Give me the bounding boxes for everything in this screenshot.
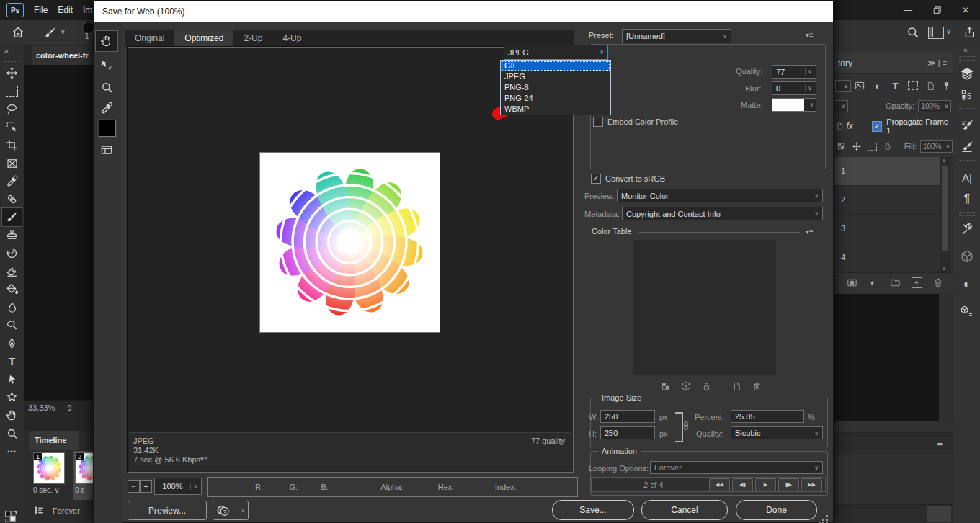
lock-frame-icon[interactable] [865, 143, 880, 151]
dialog-zoom-tool[interactable] [96, 77, 117, 97]
window-restore-button[interactable] [922, 0, 951, 20]
eyedropper-tool[interactable] [2, 172, 22, 190]
lock-color-icon[interactable] [696, 381, 716, 392]
timeline-frame-1[interactable]: 1 0 sec. ∨ [33, 452, 66, 500]
collapse-panel-icon[interactable]: » [4, 47, 9, 55]
home-icon[interactable] [9, 23, 27, 42]
blur-field[interactable]: 0 ∨ [772, 81, 816, 95]
custom-shape-tool[interactable] [2, 388, 22, 406]
lock-all-icon[interactable] [880, 141, 895, 151]
width-field[interactable]: 250 [600, 410, 655, 423]
add-mask-icon[interactable] [841, 277, 863, 289]
percent-field[interactable]: 25.05 [731, 410, 804, 423]
preview-in-browser-button[interactable]: ∨ [213, 501, 249, 520]
layer-row-1[interactable]: 1 [834, 157, 940, 186]
brush-settings-panel-icon[interactable] [953, 115, 980, 136]
window-close-button[interactable]: ✕ [951, 0, 980, 20]
panel-header-menu-icon[interactable]: ≫ | ≡ [927, 58, 947, 68]
object-selection-tool[interactable] [2, 118, 22, 136]
previous-frame-button[interactable]: ◀▮ [732, 478, 753, 491]
matte-color-swatch[interactable] [772, 99, 804, 111]
resample-quality-select[interactable]: Bicubic ∨ [731, 426, 823, 439]
share-icon[interactable] [960, 23, 979, 42]
tab-2up[interactable]: 2-Up [233, 30, 272, 47]
convert-srgb-checkbox[interactable]: ✓ [591, 174, 601, 184]
color-table-menu-icon[interactable]: ▾≡ [806, 228, 814, 236]
lock-transparency-icon[interactable] [834, 142, 849, 151]
new-group-icon[interactable] [884, 277, 906, 289]
healing-brush-tool[interactable] [2, 190, 22, 208]
scroll-up-icon[interactable]: ∧ [942, 158, 946, 164]
delete-color-icon[interactable] [747, 381, 767, 392]
tools-panel-icon[interactable] [953, 218, 980, 240]
opacity-field[interactable]: 100%∨ [918, 100, 951, 112]
timeline-convert-icon[interactable] [33, 504, 45, 517]
filter-adjustment-icon[interactable]: ◐ [869, 81, 887, 91]
preview-button[interactable]: Preview... [128, 501, 207, 520]
clone-stamp-tool[interactable] [2, 226, 22, 244]
document-tab[interactable]: color-wheel-fr [32, 46, 98, 65]
preset-select[interactable]: [Unnamed] ∨ [622, 29, 731, 43]
crop-tool[interactable] [2, 136, 22, 154]
cancel-button[interactable]: Cancel [641, 500, 728, 520]
dialog-eyedropper-tool[interactable] [96, 98, 117, 118]
chevron-down-icon[interactable]: ∨ [61, 28, 66, 35]
height-field[interactable]: 250 [600, 426, 655, 439]
play-button[interactable]: ▶ [755, 478, 776, 491]
first-frame-button[interactable]: ◀◀ [709, 478, 730, 491]
frame-1-thumbnail[interactable]: 1 [33, 452, 65, 484]
chevron-down-icon[interactable]: ∨ [946, 28, 951, 35]
zoom-in-button[interactable]: + [140, 480, 152, 493]
format-option-wbmp[interactable]: WBMP [501, 104, 610, 115]
marquee-tool[interactable] [2, 82, 22, 100]
paragraph-panel-icon[interactable]: ¶ [953, 188, 980, 210]
status-menu-icon[interactable]: ▾≡ [200, 455, 208, 462]
next-frame-button[interactable]: ▮▶ [778, 478, 799, 491]
layer-row-4[interactable]: 4 [834, 243, 940, 272]
pen-tool[interactable] [2, 334, 22, 352]
brushes-panel-icon[interactable] [953, 136, 980, 158]
adjustments-panel-icon[interactable]: ◐ [953, 273, 980, 295]
tab-4up[interactable]: 4-Up [272, 30, 311, 47]
new-layer-icon[interactable]: + [906, 277, 927, 288]
zoom-tool[interactable] [2, 424, 22, 442]
filter-shape-icon[interactable] [904, 81, 922, 90]
dialog-eyedropper-color-swatch[interactable] [99, 120, 116, 137]
scroll-down-icon[interactable]: ∨ [942, 265, 946, 272]
tab-optimized[interactable]: Optimized [174, 30, 233, 47]
filter-kind-select[interactable]: ∨ [835, 80, 851, 92]
link-dimensions-icon[interactable] [680, 419, 692, 433]
fill-field[interactable]: 100%∨ [920, 140, 953, 153]
delete-layer-icon[interactable] [927, 277, 949, 288]
frame-1-delay[interactable]: 0 sec. ∨ [33, 486, 66, 494]
timeline-loop-value[interactable]: Forever [53, 506, 80, 515]
brush-tool[interactable] [2, 208, 22, 226]
filter-image-icon[interactable] [851, 80, 869, 91]
layer-style-icon[interactable] [834, 122, 846, 131]
type-tool[interactable]: T [2, 352, 22, 370]
search-icon[interactable] [904, 23, 922, 42]
lock-position-icon[interactable] [849, 141, 864, 151]
eraser-tool[interactable] [2, 262, 22, 280]
collapse-panels-icon[interactable]: « [963, 46, 968, 54]
layer-row-2[interactable]: 2 [834, 186, 940, 215]
dialog-hand-tool[interactable] [96, 31, 117, 51]
format-option-png24[interactable]: PNG-24 [501, 93, 610, 104]
fx-icon[interactable]: fx [846, 121, 852, 131]
quality-field[interactable]: 77 ∨ [772, 65, 816, 79]
save-button[interactable]: Save... [552, 500, 634, 520]
metadata-select[interactable]: Copyright and Contact Info ∨ [622, 207, 823, 220]
3d-panel-icon[interactable] [953, 246, 980, 267]
matte-field[interactable]: ∨ [772, 98, 816, 112]
properties-panel-icon[interactable] [953, 300, 980, 322]
move-tool[interactable] [2, 64, 22, 82]
dialog-slice-select-tool[interactable] [96, 55, 117, 76]
filter-smartobject-icon[interactable] [922, 81, 940, 91]
layers-scrollbar[interactable]: ∧ ∨ [940, 157, 950, 272]
more-tools-button[interactable]: ••• [2, 442, 22, 460]
window-minimize-button[interactable]: — [894, 0, 922, 20]
web-shift-icon[interactable] [676, 380, 696, 392]
blend-mode-select-partial[interactable]: ∨ [834, 100, 848, 112]
layers-panel-icon[interactable] [953, 63, 980, 84]
last-frame-button[interactable]: ▶▶ [801, 478, 822, 491]
